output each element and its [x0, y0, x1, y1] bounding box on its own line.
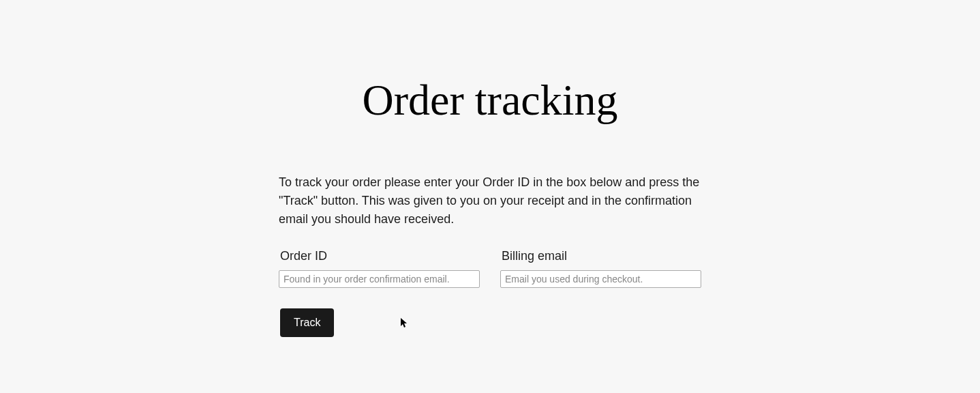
content-container: To track your order please enter your Or…	[279, 173, 701, 337]
order-id-field: Order ID	[279, 249, 480, 288]
page-title: Order tracking	[363, 75, 618, 126]
description-text: To track your order please enter your Or…	[279, 173, 701, 229]
billing-email-label: Billing email	[500, 249, 701, 263]
order-id-input[interactable]	[279, 270, 480, 288]
billing-email-field: Billing email	[500, 249, 701, 288]
order-id-label: Order ID	[279, 249, 480, 263]
billing-email-input[interactable]	[500, 270, 701, 288]
form-row: Order ID Billing email	[279, 249, 701, 288]
track-button[interactable]: Track	[280, 308, 334, 337]
